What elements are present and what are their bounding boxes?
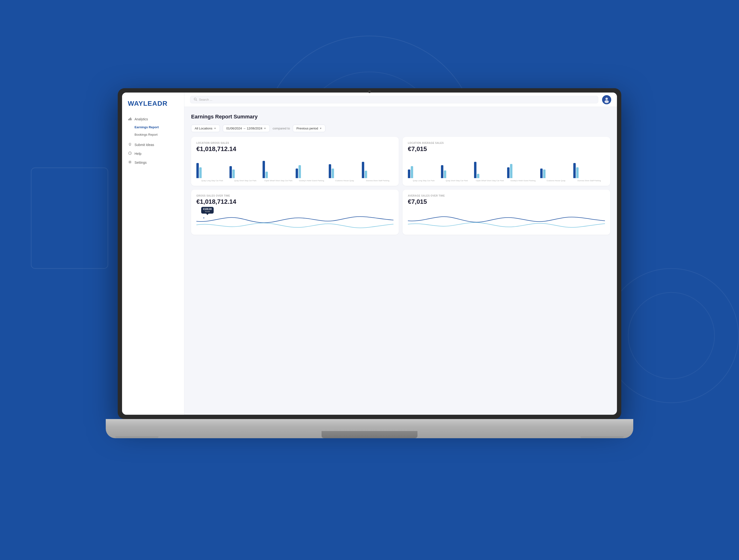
bar-light-4	[299, 165, 301, 178]
app-container: WAYLEADR	[122, 92, 617, 415]
bar-group-5	[329, 164, 360, 178]
avg-bar-light-5	[543, 170, 546, 178]
sidebar-settings-label: Settings	[135, 161, 147, 164]
avg-bar-dark-6	[573, 163, 576, 178]
page-content: Earnings Report Summary All Locations ▼ …	[184, 107, 617, 415]
gross-sales-card: LOCATION GROSS SALES €1,018,712.14	[191, 137, 399, 186]
logo: WAYLEADR	[128, 100, 178, 108]
x-label-2: Quay Short Stay Car Park	[230, 180, 261, 182]
screen-bezel: WAYLEADR	[122, 92, 617, 415]
svg-rect-6	[128, 119, 129, 120]
lightbulb-icon	[128, 143, 132, 147]
avg-x-label-2: Quay Short Stay Car Park	[441, 180, 473, 182]
avg-bar-dark-5	[540, 169, 543, 178]
bar-dark-4	[296, 169, 298, 178]
bar-group-4	[296, 165, 327, 178]
avg-bar-light-2	[444, 170, 446, 178]
logo-area: WAYLEADR	[122, 100, 184, 115]
gross-sales-bar-chart	[196, 157, 394, 178]
x-label-4: Gooley's Hotel Guest Parking	[296, 180, 327, 182]
user-avatar[interactable]	[602, 95, 611, 104]
gross-sales-x-labels: Quay Long Stay Car Park Quay Short Stay …	[196, 180, 394, 182]
sidebar-bookings-label: Bookings Report	[135, 133, 158, 136]
sidebar-item-settings[interactable]: Settings	[122, 158, 184, 167]
date-range-value: 01/06/2024 → 12/06/2024	[227, 127, 262, 130]
date-range-filter[interactable]: 01/06/2024 → 12/06/2024 ▼	[223, 125, 270, 132]
bar-light-2	[232, 170, 235, 178]
bar-light-5	[332, 169, 334, 178]
sidebar-item-earnings-report[interactable]: Earnings Report	[122, 124, 184, 131]
avg-bar-group-5	[540, 169, 572, 178]
tooltip-arrow	[206, 214, 208, 215]
avg-bar-dark-3	[474, 162, 476, 178]
sidebar-item-submit-ideas[interactable]: Submit Ideas	[122, 140, 184, 149]
avg-sales-label: LOCATION AVERAGE SALES	[408, 142, 605, 144]
laptop-device: WAYLEADR	[106, 88, 633, 472]
svg-text:?: ?	[130, 152, 131, 155]
sidebar-item-analytics[interactable]: Analytics	[122, 115, 184, 124]
avg-bar-dark-2	[441, 165, 443, 178]
sidebar-help-label: Help	[135, 152, 141, 156]
avg-x-label-6: Dunnea Store Staff Parking	[573, 180, 605, 182]
topbar: Search ...	[184, 92, 617, 107]
avg-x-label-1: Quay Long Stay Car Park	[408, 180, 440, 182]
screen-content: WAYLEADR	[122, 92, 617, 415]
period-filter[interactable]: Previous period ▼	[293, 125, 325, 132]
avg-bar-group-6	[573, 163, 605, 178]
location-filter[interactable]: All Locations ▼	[191, 125, 220, 132]
bar-light-1	[199, 167, 202, 178]
analytics-icon	[128, 117, 132, 121]
avg-x-label-5: Customs House Quay	[540, 180, 572, 182]
laptop-hinge	[321, 431, 418, 438]
avg-line-svg	[408, 209, 605, 231]
bar-dark-5	[329, 164, 331, 178]
gross-sales-label: LOCATION GROSS SALES	[196, 142, 394, 144]
bar-group-2	[230, 166, 261, 178]
svg-rect-9	[131, 119, 132, 120]
gross-tooltip: €108.00 01/06	[201, 207, 213, 214]
sidebar-analytics-label: Analytics	[135, 117, 148, 121]
sidebar-submit-ideas-label: Submit Ideas	[135, 143, 154, 147]
avg-bar-group-2	[441, 165, 473, 178]
gross-time-line-chart: €108.00 01/06	[196, 209, 394, 231]
gross-sales-value: €1,018,712.14	[196, 145, 394, 153]
sidebar: WAYLEADR	[122, 92, 184, 415]
bar-group-6	[362, 162, 394, 178]
avg-bar-group-1	[408, 166, 440, 178]
tooltip-date: 01/06	[205, 210, 210, 213]
bar-group-1	[196, 163, 228, 178]
avg-bar-group-4	[507, 164, 539, 178]
avg-time-line-chart	[408, 209, 605, 231]
location-chevron-icon: ▼	[214, 127, 216, 130]
tooltip-dot	[203, 217, 205, 219]
gross-time-label: GROSS SALES OVER TIME	[196, 194, 394, 197]
location-filter-value: All Locations	[195, 127, 212, 130]
avg-sales-time-card: AVERAGE SALES OVER TIME €7,015	[403, 190, 610, 235]
sidebar-earnings-label: Earnings Report	[135, 125, 159, 129]
avg-bar-light-4	[510, 164, 512, 178]
filter-bar: All Locations ▼ 01/06/2024 → 12/06/2024 …	[191, 125, 610, 132]
avg-sales-x-labels: Quay Long Stay Car Park Quay Short Stay …	[408, 180, 605, 182]
bar-dark-6	[362, 162, 364, 178]
bar-dark-2	[230, 166, 232, 178]
help-icon: ?	[128, 152, 132, 156]
svg-point-16	[604, 100, 609, 103]
x-label-5: Customs House Quay	[329, 180, 360, 182]
avg-sales-value: €7,015	[408, 145, 605, 153]
camera-dot	[368, 90, 371, 93]
avg-bar-dark-1	[408, 170, 410, 178]
avg-time-value: €7,015	[408, 198, 605, 205]
gross-sales-time-card: GROSS SALES OVER TIME €1,018,712.14 €108…	[191, 190, 399, 235]
gross-time-value: €1,018,712.14	[196, 198, 394, 205]
avg-bar-light-1	[411, 166, 413, 178]
svg-point-5	[628, 293, 715, 379]
avg-bar-dark-4	[507, 167, 509, 178]
svg-point-10	[129, 143, 131, 145]
sidebar-item-help[interactable]: ? Help	[122, 149, 184, 158]
date-chevron-icon: ▼	[264, 127, 266, 130]
bar-dark-1	[196, 163, 199, 178]
gross-line-svg	[196, 209, 394, 231]
search-box[interactable]: Search ...	[190, 96, 598, 103]
period-filter-value: Previous period	[296, 127, 318, 130]
sidebar-item-bookings-report[interactable]: Bookings Report	[122, 131, 184, 138]
